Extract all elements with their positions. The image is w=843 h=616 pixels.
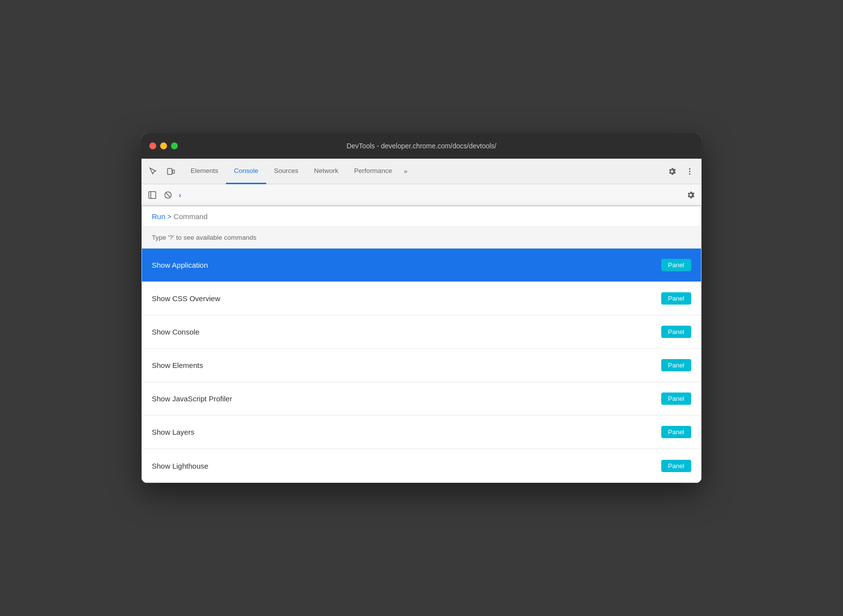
svg-rect-0	[168, 168, 172, 174]
command-item-show-elements[interactable]: Show Elements Panel	[142, 349, 701, 382]
toolbar-right-icons	[664, 164, 698, 179]
console-settings-button[interactable]	[684, 188, 698, 202]
more-tabs-button[interactable]: »	[400, 159, 411, 184]
svg-point-4	[689, 173, 691, 174]
svg-rect-5	[149, 192, 156, 198]
devtools-window: DevTools - developer.chrome.com/docs/dev…	[141, 133, 702, 483]
tabs-container: Elements Console Sources Network Perform…	[183, 159, 664, 184]
command-list: Show Application Panel Show CSS Overview…	[142, 249, 701, 482]
prompt-symbol: >	[168, 212, 172, 221]
command-input-row: Run >	[142, 206, 701, 227]
badge-show-elements: Panel	[661, 359, 691, 371]
devtools-chrome: Elements Console Sources Network Perform…	[141, 159, 702, 483]
command-label-show-css-overview: Show CSS Overview	[152, 294, 220, 303]
svg-line-8	[166, 193, 170, 197]
command-input[interactable]	[173, 212, 691, 221]
command-item-show-layers[interactable]: Show Layers Panel	[142, 416, 701, 449]
command-item-show-application[interactable]: Show Application Panel	[142, 249, 701, 282]
badge-show-console: Panel	[661, 326, 691, 338]
block-icon	[164, 191, 172, 199]
svg-rect-1	[172, 170, 174, 173]
settings-button[interactable]	[664, 164, 680, 179]
run-label: Run	[152, 212, 166, 221]
tab-console[interactable]: Console	[226, 159, 266, 184]
tab-elements[interactable]: Elements	[183, 159, 226, 184]
secondary-toolbar: ›	[141, 184, 702, 206]
device-icon	[167, 167, 175, 176]
command-label-show-js-profiler: Show JavaScript Profiler	[152, 394, 232, 403]
command-label-show-console: Show Console	[152, 328, 199, 336]
command-item-show-js-profiler[interactable]: Show JavaScript Profiler Panel	[142, 382, 701, 416]
main-toolbar: Elements Console Sources Network Perform…	[141, 159, 702, 184]
command-label-show-elements: Show Elements	[152, 361, 203, 369]
tab-sources[interactable]: Sources	[266, 159, 307, 184]
tab-network[interactable]: Network	[306, 159, 346, 184]
command-item-show-css-overview[interactable]: Show CSS Overview Panel	[142, 282, 701, 315]
badge-show-application: Panel	[661, 259, 691, 271]
title-bar: DevTools - developer.chrome.com/docs/dev…	[141, 133, 702, 159]
badge-show-css-overview: Panel	[661, 292, 691, 305]
close-button[interactable]	[149, 142, 156, 149]
inspect-icon-button[interactable]	[145, 164, 161, 179]
command-item-show-lighthouse[interactable]: Show Lighthouse Panel	[142, 449, 701, 482]
window-title: DevTools - developer.chrome.com/docs/dev…	[346, 142, 496, 150]
badge-show-layers: Panel	[661, 426, 691, 438]
gear-icon	[668, 167, 676, 176]
svg-point-2	[689, 168, 691, 169]
expand-chevron[interactable]: ›	[179, 191, 181, 199]
maximize-button[interactable]	[171, 142, 178, 149]
sidebar-toggle-button[interactable]	[145, 188, 159, 202]
badge-show-js-profiler: Panel	[661, 392, 691, 405]
more-options-button[interactable]	[682, 164, 698, 179]
toolbar-left-icons	[145, 164, 179, 179]
command-label-show-lighthouse: Show Lighthouse	[152, 462, 208, 470]
hint-text: Type '?' to see available commands	[142, 227, 701, 249]
svg-point-3	[689, 170, 691, 172]
traffic-lights	[149, 142, 178, 149]
command-label-show-layers: Show Layers	[152, 428, 195, 436]
more-options-icon	[685, 167, 694, 176]
device-toggle-button[interactable]	[163, 164, 179, 179]
command-item-show-console[interactable]: Show Console Panel	[142, 315, 701, 349]
tab-performance[interactable]: Performance	[346, 159, 400, 184]
inspect-icon	[149, 167, 158, 176]
block-button[interactable]	[161, 188, 175, 202]
console-gear-icon	[686, 191, 695, 199]
command-label-show-application: Show Application	[152, 261, 208, 269]
minimize-button[interactable]	[160, 142, 167, 149]
command-menu: Run > Type '?' to see available commands…	[141, 206, 702, 483]
sidebar-toggle-icon	[148, 191, 157, 199]
badge-show-lighthouse: Panel	[661, 460, 691, 472]
